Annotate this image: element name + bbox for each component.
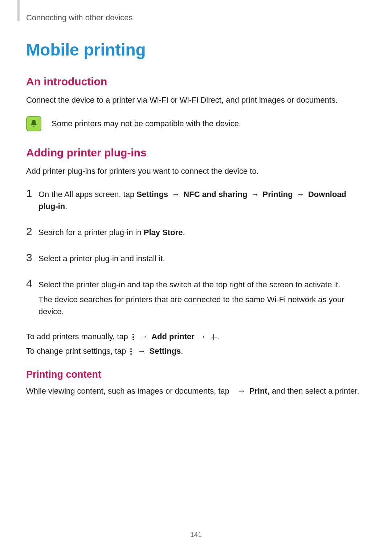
- step-1: 1 On the All apps screen, tap Settings →…: [26, 187, 366, 215]
- period: .: [65, 202, 67, 211]
- note-callout: Some printers may not be compatible with…: [26, 116, 366, 131]
- svg-point-2: [132, 339, 134, 340]
- printing-body-a: While viewing content, such as images or…: [26, 386, 232, 395]
- step3-text: Select a printer plug-in and install it.: [38, 253, 366, 264]
- svg-point-5: [130, 353, 132, 355]
- intro-body: Connect the device to a printer via Wi-F…: [26, 94, 366, 106]
- plugins-intro: Add printer plug-ins for printers you wa…: [26, 165, 366, 177]
- heading-plugins: Adding printer plug-ins: [26, 147, 366, 159]
- arrow-icon: →: [172, 188, 180, 200]
- step1-printing: Printing: [263, 190, 293, 199]
- svg-point-4: [130, 351, 132, 352]
- arrow-icon: →: [138, 345, 146, 357]
- heading-printing-content: Printing content: [26, 369, 366, 380]
- step1-settings: Settings: [136, 190, 168, 199]
- svg-point-0: [132, 334, 134, 335]
- step-number: 4: [26, 278, 38, 290]
- step-number: 3: [26, 251, 38, 263]
- step-2: 2 Search for a printer plug-in in Play S…: [26, 225, 366, 241]
- period: .: [183, 228, 185, 237]
- more-vertical-icon: [131, 333, 135, 341]
- step4-text-b: The device searches for printers that ar…: [38, 294, 366, 317]
- arrow-icon: →: [251, 188, 259, 200]
- step-3: 3 Select a printer plug-in and install i…: [26, 251, 366, 267]
- plus-icon: [211, 334, 217, 340]
- period: .: [181, 346, 183, 356]
- step4-text-a: Select the printer plug-in and tap the s…: [38, 279, 366, 291]
- arrow-icon: →: [140, 331, 148, 343]
- step1-nfc: NFC and sharing: [183, 190, 247, 199]
- arrow-icon: →: [297, 188, 305, 200]
- more-vertical-icon: [129, 348, 133, 355]
- step-number: 1: [26, 187, 38, 199]
- step2-playstore: Play Store: [144, 228, 183, 237]
- settings-a: To change print settings, tap: [26, 346, 128, 356]
- manual-add-line: To add printers manually, tap → Add prin…: [26, 331, 366, 343]
- page-edge-tab: [17, 0, 20, 21]
- step-4: 4 Select the printer plug-in and tap the…: [26, 278, 366, 320]
- svg-point-3: [130, 348, 132, 350]
- printing-body: While viewing content, such as images or…: [26, 385, 366, 397]
- bell-icon: [26, 116, 41, 131]
- settings-label: Settings: [150, 346, 181, 356]
- step1-text-a: On the All apps screen, tap: [38, 190, 136, 199]
- printing-body-c: , and then select a printer.: [268, 386, 359, 395]
- breadcrumb: Connecting with other devices: [26, 13, 366, 22]
- period: .: [218, 332, 220, 341]
- note-text: Some printers may not be compatible with…: [52, 118, 241, 130]
- arrow-icon: →: [198, 331, 206, 343]
- steps-list: 1 On the All apps screen, tap Settings →…: [26, 187, 366, 320]
- page-number: 141: [0, 531, 392, 539]
- manual-addprinter: Add printer: [151, 332, 195, 341]
- step-number: 2: [26, 225, 38, 237]
- printing-print: Print: [249, 386, 268, 395]
- step2-text-a: Search for a printer plug-in in: [38, 228, 144, 237]
- arrow-icon: →: [237, 385, 245, 397]
- svg-point-1: [132, 336, 134, 338]
- heading-intro: An introduction: [26, 75, 366, 88]
- page-title: Mobile printing: [26, 40, 366, 59]
- change-settings-line: To change print settings, tap → Settings…: [26, 345, 366, 357]
- manual-a: To add printers manually, tap: [26, 332, 130, 341]
